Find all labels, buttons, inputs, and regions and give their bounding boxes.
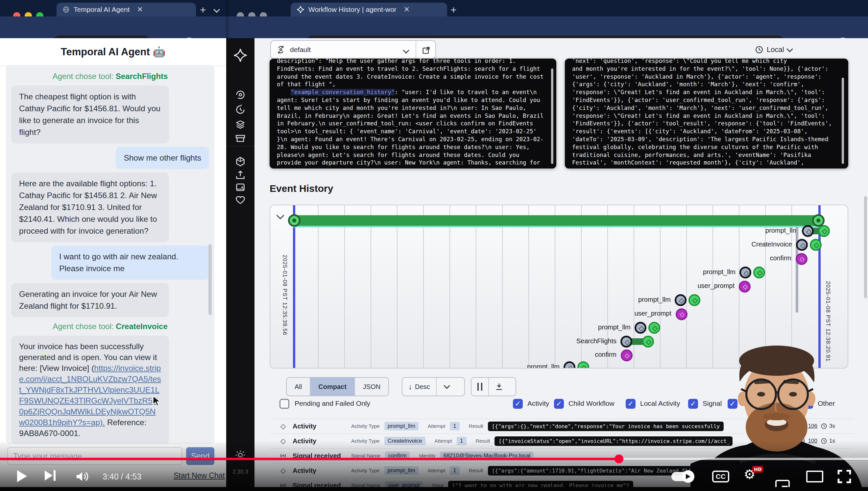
new-tab-button[interactable]: +: [200, 4, 206, 16]
pending-failed-checkbox[interactable]: [279, 399, 289, 409]
timeline-gridline: [476, 205, 476, 368]
right-browser-window: Workflow History | agent-wor ✕ + ← → loc…: [226, 0, 868, 491]
close-tab-icon[interactable]: ✕: [137, 5, 143, 14]
activity-scheduled-marker[interactable]: [802, 225, 814, 237]
view-all-button[interactable]: All: [287, 378, 310, 396]
activity-scheduled-marker[interactable]: [563, 362, 576, 369]
activity-completed-marker[interactable]: [753, 266, 765, 279]
event-field-value: CreateInvoice: [384, 437, 426, 445]
event-row-activity[interactable]: ◇ActivityActivity Typeprompt_llmAttempt1…: [270, 463, 854, 478]
tool-prefix: Agent chose tool:: [53, 72, 116, 81]
workflows-icon[interactable]: [235, 89, 246, 100]
filter-label-signal: Signal: [703, 400, 722, 407]
chat-message-list: Agent chose tool: SearchFlightsThe cheap…: [6, 65, 214, 443]
download-button[interactable]: [489, 378, 509, 396]
activity-completed-marker[interactable]: [577, 362, 589, 369]
timeline-event-label: user_prompt: [634, 310, 671, 317]
event-history-title: Event History: [270, 183, 333, 194]
workflow-start-marker[interactable]: [288, 214, 301, 227]
schedules-icon[interactable]: [235, 104, 246, 115]
agent-message: The cheapest flight option is with Catha…: [11, 86, 169, 143]
temporal-logo-icon[interactable]: [233, 48, 248, 62]
share-feedback-icon[interactable]: [235, 169, 246, 180]
filter-label-child-workflow: Child Workflow: [568, 400, 615, 407]
chat-scrollbar[interactable]: [209, 244, 212, 315]
send-button[interactable]: Send: [186, 447, 214, 465]
namespace-select[interactable]: default: [270, 40, 436, 59]
activity-completed-marker[interactable]: [810, 239, 822, 251]
workflow-input-json[interactable]: description": "Help the user gather args…: [270, 59, 556, 169]
event-field-label: Identity: [419, 453, 435, 459]
activity-completed-marker[interactable]: [648, 322, 660, 334]
close-tab-icon[interactable]: ✕: [404, 5, 410, 14]
filter-checkbox-timer[interactable]: ✓: [727, 399, 738, 409]
activity-scheduled-marker[interactable]: [675, 294, 686, 306]
batch-operations-icon[interactable]: [235, 118, 246, 129]
signal-marker[interactable]: [676, 308, 687, 320]
filter-checkbox-other[interactable]: ✓: [803, 399, 813, 409]
activity-scheduled-marker[interactable]: [620, 336, 632, 348]
event-field-value: prompt_llm: [384, 422, 418, 430]
scroll-to-top-button[interactable]: [823, 465, 844, 484]
event-row-activity[interactable]: ◇ActivityActivity Typeprompt_llmAttempt1…: [270, 418, 854, 433]
code-line: 'result': {'events': [{'city': 'Auckland…: [572, 128, 842, 136]
code-left-scrollbar[interactable]: [551, 68, 553, 164]
code-line: 'response': \"Great! Let's find an event…: [572, 89, 842, 96]
event-row-signal[interactable]: Signal receivedSignal Nameuser_promptInp…: [270, 478, 854, 491]
filter-checkbox-activity[interactable]: ✓: [513, 399, 523, 409]
signal-marker[interactable]: [739, 281, 751, 293]
signal-marker[interactable]: [796, 253, 807, 265]
message-input[interactable]: [7, 447, 182, 465]
activity-scheduled-marker[interactable]: [796, 239, 808, 251]
view-compact-button[interactable]: Compact: [310, 378, 355, 396]
code-line: please\n agent: Let's search for flights…: [277, 151, 550, 159]
activity-scheduled-marker[interactable]: [634, 322, 646, 334]
archival-icon[interactable]: [235, 133, 246, 144]
activity-completed-marker[interactable]: [688, 294, 700, 306]
filter-checkbox-child-workflow[interactable]: ✓: [554, 399, 564, 409]
signal-marker[interactable]: [621, 349, 632, 362]
timezone-select[interactable]: Local: [755, 46, 792, 54]
tab-workflow-history[interactable]: Workflow History | agent-wor ✕: [291, 3, 447, 17]
code-right-scrollbar[interactable]: [842, 78, 844, 164]
activity-completed-marker[interactable]: [642, 336, 654, 348]
globe-favicon-icon: [62, 6, 70, 13]
event-row-activity[interactable]: ◇ActivityActivity TypeCreateInvoiceAttem…: [270, 433, 854, 448]
theme-toggle-sun-icon[interactable]: [235, 450, 246, 461]
tab-temporal-ai-agent[interactable]: Temporal AI Agent ✕: [57, 3, 196, 17]
new-tab-button[interactable]: +: [451, 4, 457, 16]
page-scrollbar[interactable]: [864, 196, 867, 298]
event-id-link[interactable]: 100: [808, 438, 817, 444]
labs-mode-icon[interactable]: [235, 182, 246, 193]
event-row-signal[interactable]: Signal receivedSignal NameconfirmIdentit…: [270, 448, 854, 463]
view-json-button[interactable]: JSON: [355, 378, 388, 396]
duration-clock-icon: [820, 438, 827, 444]
tab-search-chevron-icon[interactable]: [214, 7, 219, 13]
event-id-link[interactable]: 105: [795, 423, 805, 430]
right-toolbar: ← → localhost:8233/namespaces/default/wo…: [226, 17, 868, 38]
activity-completed-marker[interactable]: [818, 225, 830, 237]
event-field-value: confirm: [385, 452, 410, 460]
start-new-chat-link[interactable]: Start New Chat: [174, 471, 225, 480]
workflow-result-json[interactable]: 'next': 'question', 'response': \"Could …: [565, 59, 848, 169]
support-heart-icon[interactable]: [235, 194, 246, 205]
timeline-start-line: [293, 205, 295, 368]
tab-title: Temporal AI Agent: [74, 6, 129, 13]
timeline-event-label: user_prompt: [698, 282, 735, 290]
filter-checkbox-signal[interactable]: ✓: [688, 399, 698, 409]
event-id-link[interactable]: 94: [811, 453, 817, 459]
event-field-label: Signal Name: [351, 453, 380, 459]
timeline-scrollbar[interactable]: [796, 226, 798, 313]
open-external-icon[interactable]: [422, 46, 431, 55]
activity-scheduled-marker[interactable]: [739, 266, 751, 279]
sort-options-chevron[interactable]: [437, 378, 457, 396]
event-id-link[interactable]: 99: [799, 438, 805, 444]
filter-checkbox-local-activity[interactable]: ✓: [626, 399, 636, 409]
invoice-link[interactable]: https://invoice.stripe.com/i/acct_1NBOLu…: [19, 364, 161, 427]
timeline-gridline: [344, 205, 345, 368]
event-id-link[interactable]: 106: [808, 423, 817, 430]
pause-button[interactable]: [471, 378, 489, 396]
workflow-execution-bar[interactable]: [293, 215, 820, 226]
namespaces-icon[interactable]: [235, 156, 246, 167]
sort-desc-button[interactable]: ↓Desc: [402, 378, 437, 396]
